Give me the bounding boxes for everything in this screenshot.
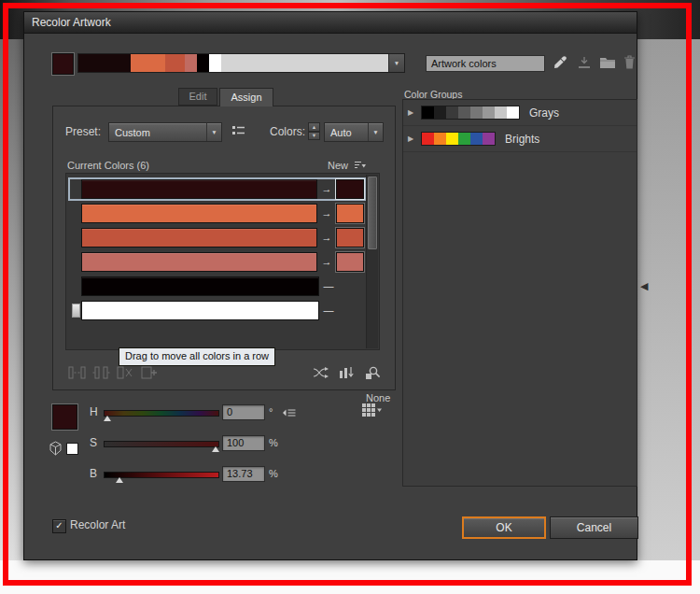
row-drag-handle-icon[interactable] xyxy=(72,304,80,318)
slider-mode-menu-icon[interactable] xyxy=(282,407,296,418)
stepper-down-icon[interactable]: ▼ xyxy=(308,132,320,141)
preset-dropdown[interactable]: Custom ▼ xyxy=(108,122,222,142)
recolor-art-checkbox[interactable]: ✓ xyxy=(52,519,66,533)
maps-to-arrow: → xyxy=(317,204,336,223)
limit-library-label: None xyxy=(366,392,390,403)
assign-panel: Preset: Custom ▼ Colors: ▲ ▼ Auto ▼ Curr… xyxy=(52,106,396,390)
brightness-slider[interactable] xyxy=(104,470,219,483)
color-bar-segment xyxy=(165,54,185,72)
current-color-bar[interactable] xyxy=(81,204,317,223)
preset-value: Custom xyxy=(109,127,206,138)
cancel-button[interactable]: Cancel xyxy=(550,516,638,539)
dropdown-arrow-icon: ▼ xyxy=(206,123,221,141)
group-swatch xyxy=(422,133,434,145)
current-color-bar[interactable] xyxy=(81,252,317,272)
ok-button[interactable]: OK xyxy=(462,516,546,539)
background-bottom-band xyxy=(0,560,700,594)
brightness-slider-thumb[interactable] xyxy=(116,477,123,483)
color-bar-dropdown: ▼ xyxy=(388,54,404,72)
current-color-bar[interactable] xyxy=(81,228,317,248)
new-color-swatch[interactable] xyxy=(336,179,364,199)
new-color-swatch[interactable] xyxy=(336,204,364,223)
color-group-name: Grays xyxy=(529,106,559,120)
find-color-in-artwork-icon[interactable] xyxy=(365,366,381,380)
stepper-up-icon[interactable]: ▲ xyxy=(308,122,320,132)
colors-stepper: ▲ ▼ xyxy=(308,122,320,140)
save-group-icon[interactable] xyxy=(577,56,592,70)
group-swatch xyxy=(470,106,483,119)
current-color-row[interactable]: → xyxy=(70,204,364,223)
check-icon: ✓ xyxy=(55,520,63,530)
group-swatch-strip[interactable] xyxy=(421,132,496,146)
base-color-swatch[interactable] xyxy=(52,53,74,75)
separate-colors-icon[interactable] xyxy=(92,366,110,379)
dialog-titlebar[interactable]: Recolor Artwork xyxy=(24,12,637,34)
brightness-value-field[interactable]: 13.73 xyxy=(222,466,265,482)
disclosure-triangle-icon[interactable]: ▶ xyxy=(408,134,421,143)
tab-assign[interactable]: Assign xyxy=(219,88,273,106)
current-color-row[interactable]: → xyxy=(70,252,364,272)
current-color-row[interactable]: — xyxy=(70,301,364,320)
colors-count-dropdown[interactable]: Auto ▼ xyxy=(324,122,384,142)
new-color-swatch[interactable] xyxy=(336,252,364,272)
saturation-slider-track[interactable] xyxy=(104,441,219,447)
exclude-colors-icon[interactable] xyxy=(117,366,133,379)
group-swatch xyxy=(446,133,458,145)
current-color-row[interactable]: — xyxy=(70,276,364,296)
current-color-bar[interactable] xyxy=(81,179,317,199)
row-gutter xyxy=(70,228,81,248)
scrollbar-thumb[interactable] xyxy=(368,177,377,249)
group-swatch xyxy=(434,106,446,119)
swatch-library-icon[interactable] xyxy=(362,403,383,417)
saturation-slider[interactable] xyxy=(104,439,219,452)
randomize-saturation-brightness-icon[interactable] xyxy=(339,366,356,379)
current-color-row[interactable]: → xyxy=(70,228,364,248)
merge-colors-icon[interactable] xyxy=(68,366,86,379)
color-group-row[interactable]: ▶Brights xyxy=(403,126,637,152)
trash-icon[interactable] xyxy=(623,55,636,69)
maps-to-arrow: → xyxy=(317,179,336,199)
group-swatch xyxy=(507,106,519,119)
group-swatch xyxy=(446,106,458,119)
none-color-swatch[interactable] xyxy=(66,443,78,455)
group-swatch-strip[interactable] xyxy=(421,106,520,120)
new-folder-icon[interactable] xyxy=(599,57,616,69)
current-colors-list: →→→→—— xyxy=(65,173,380,350)
tab-edit[interactable]: Edit xyxy=(178,88,217,106)
saturation-value-field[interactable]: 100 xyxy=(222,435,265,451)
disclosure-triangle-icon[interactable]: ▶ xyxy=(408,108,421,117)
randomize-color-order-icon[interactable] xyxy=(313,366,329,379)
dropdown-arrow-icon[interactable]: ▼ xyxy=(394,60,399,66)
hue-slider-track[interactable] xyxy=(104,410,219,417)
group-swatch xyxy=(458,106,470,119)
hue-unit: ° xyxy=(269,406,273,417)
color-bar-segments xyxy=(78,54,388,72)
maps-to-arrow: → xyxy=(317,228,336,248)
current-color-bar[interactable] xyxy=(81,301,319,320)
current-colors-heading: Current Colors (6) xyxy=(67,160,149,171)
preset-options-icon[interactable] xyxy=(231,125,245,136)
current-color-bar[interactable] xyxy=(81,276,319,296)
new-row-icon[interactable] xyxy=(141,366,158,379)
group-swatch xyxy=(422,106,434,119)
hue-value-field[interactable]: 0 xyxy=(222,404,265,420)
recolor-artwork-dialog: Recolor Artwork ▼ Artwork colors Color G… xyxy=(23,11,637,560)
group-name-field[interactable]: Artwork colors xyxy=(426,55,545,72)
color-group-row[interactable]: ▶Grays xyxy=(403,100,637,126)
scrollbar[interactable] xyxy=(366,175,378,348)
eyedropper-icon[interactable] xyxy=(553,55,567,70)
new-color-empty xyxy=(338,301,364,320)
cube-icon[interactable] xyxy=(49,441,63,456)
sort-options-icon[interactable] xyxy=(354,161,367,170)
color-bar-segment xyxy=(78,54,131,72)
new-color-swatch[interactable] xyxy=(336,228,364,248)
color-bar-segment xyxy=(197,54,209,72)
active-color-group-bar[interactable]: ▼ xyxy=(77,53,405,73)
current-color-row[interactable]: → xyxy=(70,179,364,199)
saturation-slider-thumb[interactable] xyxy=(212,446,219,452)
selected-color-swatch[interactable] xyxy=(52,404,77,430)
hue-slider[interactable] xyxy=(104,408,219,421)
group-swatch xyxy=(483,133,495,145)
hue-slider-thumb[interactable] xyxy=(104,416,111,421)
collapse-arrow-icon[interactable]: ◀ xyxy=(640,280,648,292)
